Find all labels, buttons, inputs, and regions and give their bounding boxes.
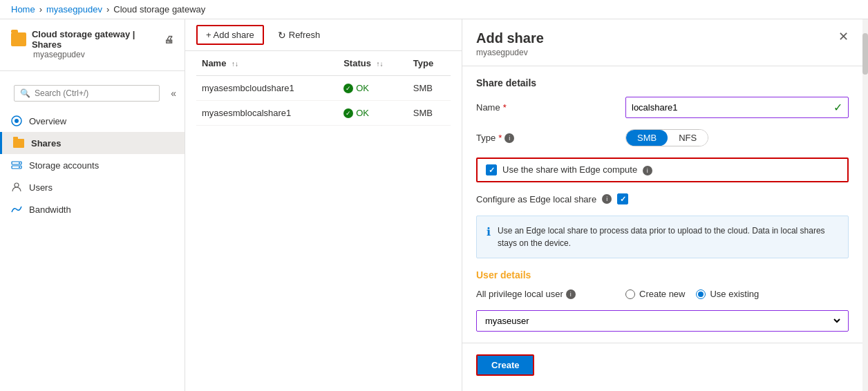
privilege-row: All privilege local user i Create new <box>476 289 849 299</box>
create-new-label: Create new <box>639 289 685 299</box>
panel-title: Add share <box>476 30 544 46</box>
type-toggle[interactable]: SMB NFS <box>625 129 708 146</box>
create-new-option[interactable]: Create new <box>625 289 685 299</box>
panel-subtitle: myasegpudev <box>476 48 544 57</box>
radio-group-wrapper: Create new Use existing <box>625 289 849 299</box>
sidebar-header: Cloud storage gateway | Shares 🖨 myasegp… <box>0 19 185 65</box>
sidebar-item-shares[interactable]: Shares <box>0 132 185 154</box>
sidebar-item-users[interactable]: Users <box>0 176 185 198</box>
type-label: Type * i <box>476 133 614 143</box>
name-row: Name * ✓ <box>476 97 849 118</box>
name-label: Name * <box>476 102 614 113</box>
row2-name[interactable]: myasesmblocalshare1 <box>196 101 338 126</box>
shares-icon <box>13 137 24 149</box>
sidebar-item-overview[interactable]: Overview <box>0 110 185 132</box>
panel-title-block: Add share myasegpudev <box>476 30 544 57</box>
content-area: + Add share ↻ Refresh Name ↑↓ Status <box>185 19 462 391</box>
add-share-button[interactable]: + Add share <box>196 25 264 45</box>
panel-scroll: Share details Name * ✓ <box>462 66 862 391</box>
storage-icon <box>11 160 22 171</box>
col-type[interactable]: Type <box>408 51 451 76</box>
sidebar-item-bandwidth[interactable]: Bandwidth <box>0 198 185 220</box>
info-box-icon: ℹ <box>487 225 491 249</box>
svg-point-6 <box>15 183 19 187</box>
bandwidth-icon <box>11 204 22 215</box>
user-select-box[interactable]: myaseuser <box>476 310 849 332</box>
row1-name[interactable]: myasesmbcloudshare1 <box>196 76 338 101</box>
name-check-icon: ✓ <box>833 101 842 114</box>
edge-local-info-icon[interactable]: i <box>602 194 612 204</box>
folder-icon <box>11 32 26 46</box>
row2-type: SMB <box>408 101 451 126</box>
refresh-label: Refresh <box>289 30 321 40</box>
scrollbar-thumb-top <box>862 33 868 75</box>
shares-table: Name ↑↓ Status ↑↓ Type myas <box>185 51 462 391</box>
name-input[interactable] <box>632 102 833 113</box>
toolbar: + Add share ↻ Refresh <box>185 19 462 51</box>
edge-compute-checkbox[interactable] <box>486 164 497 175</box>
svg-point-5 <box>19 166 20 168</box>
type-required: * <box>498 133 502 143</box>
type-smb-option[interactable]: SMB <box>626 130 668 146</box>
status-ok-icon2: ✓ <box>343 108 353 118</box>
search-input[interactable] <box>35 88 153 98</box>
edge-compute-label: Use the share with Edge compute i <box>502 164 652 175</box>
share-details-title: Share details <box>476 77 849 88</box>
privilege-label: All privilege local user i <box>476 289 614 299</box>
user-radio-group: Create new Use existing <box>625 289 849 299</box>
edge-local-checkbox[interactable] <box>617 193 628 204</box>
collapse-button[interactable]: « <box>168 85 179 102</box>
sidebar-item-label-shares: Shares <box>31 138 61 149</box>
sidebar-item-label-bandwidth: Bandwidth <box>29 204 71 215</box>
status-ok-icon: ✓ <box>343 84 353 93</box>
create-button[interactable]: Create <box>476 354 534 376</box>
refresh-button[interactable]: ↻ Refresh <box>270 26 329 44</box>
sidebar-item-label-users: Users <box>29 182 53 193</box>
use-existing-option[interactable]: Use existing <box>696 289 759 299</box>
sidebar-title: Cloud storage gateway | Shares 🖨 <box>11 29 173 50</box>
type-row: Type * i SMB NFS <box>476 129 849 146</box>
print-icon: 🖨 <box>164 34 173 45</box>
name-input-box[interactable]: ✓ <box>625 97 849 118</box>
create-new-radio[interactable] <box>625 289 635 299</box>
info-box-text: Use an Edge local share to process data … <box>498 225 838 249</box>
sidebar-item-label-overview: Overview <box>29 116 66 126</box>
svg-point-4 <box>19 162 20 164</box>
name-required: * <box>503 102 507 113</box>
breadcrumb-device[interactable]: myasegpudev <box>46 4 102 15</box>
panel-body: Share details Name * ✓ <box>462 66 862 343</box>
user-details-title: User details <box>476 269 849 280</box>
breadcrumb-sep2: › <box>106 4 109 15</box>
sidebar-nav: Overview Shares Storage accounts <box>0 110 185 220</box>
sort-icon-name: ↑↓ <box>232 60 238 68</box>
divider <box>0 70 185 71</box>
table-row: myasesmbcloudshare1 ✓ OK SMB <box>196 76 451 101</box>
panel-scrollbar[interactable] <box>862 19 868 391</box>
col-status[interactable]: Status ↑↓ <box>338 51 408 76</box>
privilege-info-icon[interactable]: i <box>566 289 576 299</box>
info-box: ℹ Use an Edge local share to process dat… <box>476 216 849 258</box>
user-select[interactable]: myaseuser <box>482 315 842 327</box>
refresh-icon: ↻ <box>278 30 286 41</box>
sidebar: Cloud storage gateway | Shares 🖨 myasegp… <box>0 19 185 391</box>
overview-icon <box>11 115 22 126</box>
panel-footer: Create <box>462 343 862 387</box>
edge-compute-info-icon[interactable]: i <box>643 166 652 175</box>
row1-type: SMB <box>408 76 451 101</box>
table-row: myasesmblocalshare1 ✓ OK SMB <box>196 101 451 126</box>
sidebar-item-storage-accounts[interactable]: Storage accounts <box>0 154 185 176</box>
breadcrumb-current: Cloud storage gateway <box>113 4 205 15</box>
col-name[interactable]: Name ↑↓ <box>196 51 338 76</box>
close-panel-button[interactable]: ✕ <box>838 30 849 43</box>
row2-status: ✓ OK <box>338 101 408 126</box>
breadcrumb-home[interactable]: Home <box>11 4 35 15</box>
sidebar-subtitle: myasegpudev <box>33 50 173 59</box>
search-box[interactable]: 🔍 <box>14 85 160 102</box>
type-toggle-wrapper: SMB NFS <box>625 129 849 146</box>
sort-icon-status: ↑↓ <box>377 60 384 68</box>
panel-header: Add share myasegpudev ✕ <box>462 19 862 66</box>
use-existing-radio[interactable] <box>696 289 706 299</box>
name-input-wrapper: ✓ <box>625 97 849 118</box>
type-info-icon[interactable]: i <box>504 133 514 143</box>
type-nfs-option[interactable]: NFS <box>668 130 708 146</box>
